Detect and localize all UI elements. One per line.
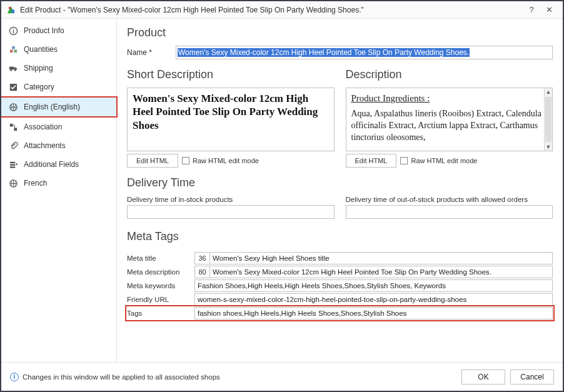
meta-title-counter: 36 <box>194 252 209 264</box>
name-value: Women's Sexy Mixed-color 12cm High Heel … <box>178 48 470 57</box>
ok-button[interactable]: OK <box>461 369 505 384</box>
svg-rect-15 <box>9 161 14 163</box>
svg-rect-17 <box>9 166 14 168</box>
delivery-instock-input[interactable] <box>127 205 335 219</box>
paperclip-icon <box>8 141 19 151</box>
desc-box[interactable]: Product Ingredients : Aqua, Aspalathus l… <box>346 88 553 151</box>
sidebar-item-quantities[interactable]: Quantities <box>1 40 116 59</box>
raw-html-label: Raw HTML edit mode <box>193 157 259 164</box>
tags-label: Tags <box>127 309 194 317</box>
sidebar-item-shipping[interactable]: Shipping <box>1 59 116 78</box>
svg-rect-3 <box>13 30 14 33</box>
raw-html-checkbox-long[interactable]: Raw HTML edit mode <box>400 157 477 164</box>
close-button[interactable]: ✕ <box>540 5 558 14</box>
product-heading: Product <box>127 26 553 39</box>
meta-title-label: Meta title <box>127 254 194 262</box>
sidebar-item-category[interactable]: Category <box>1 78 116 96</box>
name-label: Name * <box>127 48 176 57</box>
svg-point-0 <box>9 6 11 9</box>
assoc-icon <box>8 123 19 132</box>
footer-note-text: Changes in this window will be applied t… <box>23 373 220 381</box>
meta-desc-counter: 80 <box>194 266 209 278</box>
meta-keywords-label: Meta keywords <box>127 282 194 289</box>
sidebar-item-association[interactable]: Association <box>1 118 116 136</box>
delivery-heading: Delivery Time <box>127 176 553 189</box>
sidebar-item-label: French <box>24 179 47 188</box>
desc-heading: Description <box>346 68 553 81</box>
svg-rect-6 <box>14 49 17 53</box>
cancel-button[interactable]: Cancel <box>510 369 554 384</box>
sidebar-item-label: Shipping <box>24 64 53 73</box>
edit-html-button-short[interactable]: Edit HTML <box>127 154 178 168</box>
svg-rect-7 <box>12 46 15 49</box>
short-desc-heading: Short Description <box>127 68 335 81</box>
sidebar: Product Info Quantities Shipping Categor… <box>1 19 117 362</box>
sidebar-item-attachments[interactable]: Attachments <box>1 136 116 155</box>
meta-desc-input[interactable]: Women's Sexy Mixed-color 12cm High Heel … <box>209 266 553 278</box>
meta-title-input[interactable]: Women's Sexy High Heel Shoes title <box>209 252 553 264</box>
scroll-down-icon: ▼ <box>546 143 551 151</box>
info-icon <box>8 26 19 36</box>
sidebar-item-label: Quantities <box>24 45 58 54</box>
delivery-oos-input[interactable] <box>346 205 553 219</box>
main-panel: Product Name * Women's Sexy Mixed-color … <box>117 19 563 362</box>
sidebar-item-label: Product Info <box>24 26 64 35</box>
svg-rect-4 <box>13 28 14 29</box>
window-title: Edit Product - "Women's Sexy Mixed-color… <box>20 6 523 14</box>
friendly-url-input[interactable]: women-s-sexy-mixed-color-12cm-high-heel-… <box>194 293 553 306</box>
meta-desc-label: Meta description <box>127 268 194 276</box>
delivery-instock-label: Delivery time of in-stock products <box>127 196 335 203</box>
desc-content: Aqua, Aspalathus lineris (Rooibos) Extra… <box>351 109 541 142</box>
meta-heading: Meta Tags <box>127 230 553 243</box>
fields-icon <box>8 160 19 169</box>
sidebar-item-label: Additional Fields <box>24 160 79 169</box>
checkbox-box <box>400 157 408 164</box>
info-icon: i <box>10 373 19 381</box>
tags-row-highlight: Tags fashion shoes,High Heels,High Heels… <box>127 307 553 319</box>
titlebar: Edit Product - "Women's Sexy Mixed-color… <box>1 1 563 19</box>
sidebar-item-label: Association <box>24 123 62 131</box>
sidebar-item-french[interactable]: French <box>1 174 116 193</box>
desc-scrollbar[interactable]: ▲ ▼ <box>544 88 553 151</box>
svg-rect-5 <box>9 49 13 53</box>
svg-rect-16 <box>9 164 14 165</box>
short-desc-content: Women's Sexy Mixed-color 12cm High Heel … <box>133 93 318 131</box>
boxes-icon <box>8 45 19 54</box>
svg-rect-8 <box>9 66 14 69</box>
checkbox-box <box>182 157 189 164</box>
svg-rect-13 <box>9 123 13 126</box>
scroll-thumb[interactable] <box>545 97 551 142</box>
footer-note: i Changes in this window will be applied… <box>10 373 456 381</box>
svg-point-9 <box>10 69 12 71</box>
friendly-url-label: Friendly URL <box>127 296 194 303</box>
short-desc-box[interactable]: Women's Sexy Mixed-color 12cm High Heel … <box>127 88 335 151</box>
edit-product-window: Edit Product - "Women's Sexy Mixed-color… <box>0 0 564 392</box>
sidebar-item-english[interactable]: English (English) <box>1 98 116 116</box>
sidebar-item-label: Attachments <box>24 141 66 150</box>
sidebar-item-additional-fields[interactable]: Additional Fields <box>1 155 116 174</box>
desc-ingredients-title: Product Ingredients : <box>351 92 544 104</box>
scroll-up-icon: ▲ <box>546 88 551 96</box>
help-button[interactable]: ? <box>523 5 540 14</box>
check-icon <box>8 83 19 92</box>
tags-input[interactable]: fashion shoes,High Heels,High Heels Shoe… <box>194 307 553 319</box>
sidebar-item-product-info[interactable]: Product Info <box>1 21 116 40</box>
app-icon <box>6 5 16 15</box>
truck-icon <box>8 64 19 73</box>
raw-html-checkbox-short[interactable]: Raw HTML edit mode <box>182 157 259 164</box>
sidebar-item-label: English (English) <box>24 103 80 111</box>
globe-icon <box>8 179 19 188</box>
sidebar-item-label: Category <box>24 83 54 91</box>
svg-point-10 <box>14 69 16 71</box>
meta-keywords-input[interactable]: Fashion Shoes,High Heels,High Heels Shoe… <box>194 279 553 292</box>
edit-html-button-long[interactable]: Edit HTML <box>346 154 397 168</box>
globe-icon <box>8 103 19 112</box>
footer: i Changes in this window will be applied… <box>1 362 563 391</box>
delivery-oos-label: Delivery time of out-of-stock products w… <box>346 196 553 203</box>
raw-html-label: Raw HTML edit mode <box>411 157 477 164</box>
name-input[interactable]: Women's Sexy Mixed-color 12cm High Heel … <box>176 46 553 59</box>
svg-rect-1 <box>11 9 14 13</box>
